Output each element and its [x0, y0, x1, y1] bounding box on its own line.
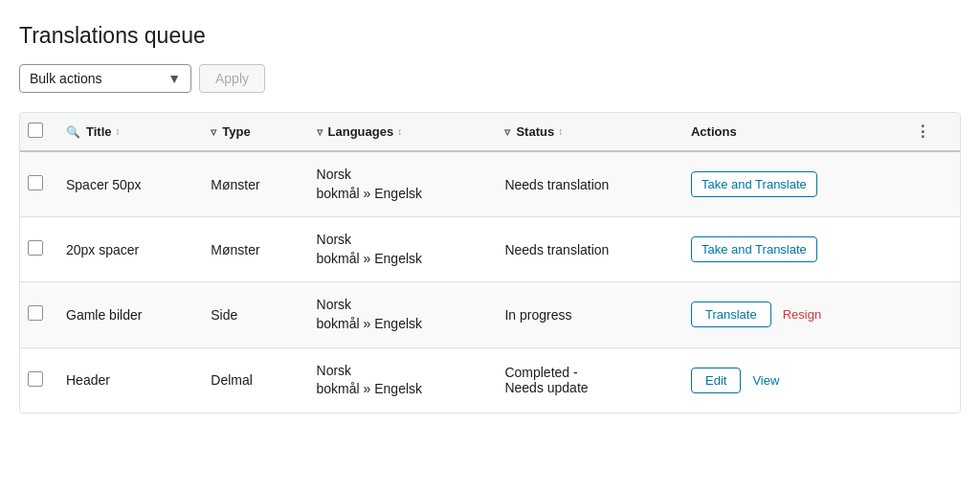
header-actions: Actions — [679, 113, 903, 151]
select-all-checkbox[interactable] — [28, 123, 43, 138]
chevron-down-icon: ▼ — [167, 71, 181, 86]
row-title: Spacer 50px — [55, 151, 199, 217]
header-languages: ▿ Languages ↕ — [305, 113, 494, 151]
row-languages: Norskbokmål » Engelsk — [305, 347, 494, 413]
apply-button[interactable]: Apply — [199, 64, 265, 93]
translations-table: 🔍 Title ↕ ▿ Type ▿ Languages ↕ — [20, 113, 960, 413]
search-icon: 🔍 — [66, 125, 80, 139]
row-check-cell — [20, 151, 55, 217]
row-languages: Norskbokmål » Engelsk — [305, 217, 494, 282]
header-more: ⋮ — [903, 113, 960, 151]
filter-icon[interactable]: ▿ — [504, 125, 510, 139]
row-more — [903, 217, 960, 282]
row-check-cell — [20, 217, 55, 282]
row-type: Delmal — [199, 347, 304, 413]
table-body: Spacer 50pxMønsterNorskbokmål » EngelskN… — [20, 151, 960, 413]
row-title: 20px spacer — [55, 217, 199, 282]
row-checkbox[interactable] — [28, 305, 43, 321]
row-type: Side — [199, 282, 304, 347]
row-languages: Norskbokmål » Engelsk — [305, 151, 494, 217]
bulk-actions-dropdown[interactable]: Bulk actions ▼ — [19, 64, 191, 93]
take-translate-button[interactable]: Take and Translate — [691, 236, 817, 262]
filter-icon[interactable]: ▿ — [317, 125, 323, 139]
row-check-cell — [20, 347, 55, 413]
table-row: Gamle bilderSideNorskbokmål » EngelskIn … — [20, 282, 960, 347]
row-type: Mønster — [199, 217, 304, 282]
row-title: Gamle bilder — [55, 282, 199, 347]
resign-link[interactable]: Resign — [783, 307, 821, 322]
sort-icon[interactable]: ↕ — [558, 126, 563, 137]
row-status: Needs translation — [493, 217, 679, 282]
row-status: In progress — [493, 282, 679, 347]
sort-icon[interactable]: ↕ — [397, 126, 402, 137]
row-more — [903, 347, 960, 413]
translate-button[interactable]: Translate — [691, 301, 771, 327]
sort-icon[interactable]: ↕ — [116, 126, 121, 137]
row-actions: Take and Translate — [679, 151, 903, 217]
row-status: Completed - Needs update — [493, 347, 679, 413]
header-type: ▿ Type — [199, 113, 304, 151]
header-check-col — [20, 113, 55, 151]
table-row: 20px spacerMønsterNorskbokmål » EngelskN… — [20, 217, 960, 282]
edit-button[interactable]: Edit — [691, 368, 741, 393]
take-translate-button[interactable]: Take and Translate — [691, 171, 817, 197]
header-title: 🔍 Title ↕ — [55, 113, 199, 151]
row-actions: EditView — [679, 347, 903, 413]
row-more — [903, 282, 960, 347]
row-title: Header — [55, 347, 199, 413]
row-type: Mønster — [199, 151, 304, 217]
toolbar: Bulk actions ▼ Apply — [19, 64, 961, 93]
page-title: Translations queue — [19, 23, 961, 49]
translations-table-wrapper: 🔍 Title ↕ ▿ Type ▿ Languages ↕ — [19, 112, 961, 413]
row-languages: Norskbokmål » Engelsk — [305, 282, 494, 347]
row-actions: TranslateResign — [679, 282, 903, 347]
view-link[interactable]: View — [752, 373, 779, 388]
row-status: Needs translation — [493, 151, 679, 217]
table-header: 🔍 Title ↕ ▿ Type ▿ Languages ↕ — [20, 113, 960, 151]
table-row: Spacer 50pxMønsterNorskbokmål » EngelskN… — [20, 151, 960, 217]
row-checkbox[interactable] — [28, 371, 43, 387]
row-more — [903, 151, 960, 217]
more-options-icon[interactable]: ⋮ — [915, 123, 930, 140]
header-status: ▿ Status ↕ — [493, 113, 679, 151]
row-checkbox[interactable] — [28, 175, 43, 190]
filter-icon[interactable]: ▿ — [211, 125, 216, 139]
table-row: HeaderDelmalNorskbokmål » EngelskComplet… — [20, 347, 960, 413]
row-check-cell — [20, 282, 55, 347]
row-actions: Take and Translate — [679, 217, 903, 282]
bulk-actions-label: Bulk actions — [30, 71, 101, 86]
row-checkbox[interactable] — [28, 240, 43, 256]
